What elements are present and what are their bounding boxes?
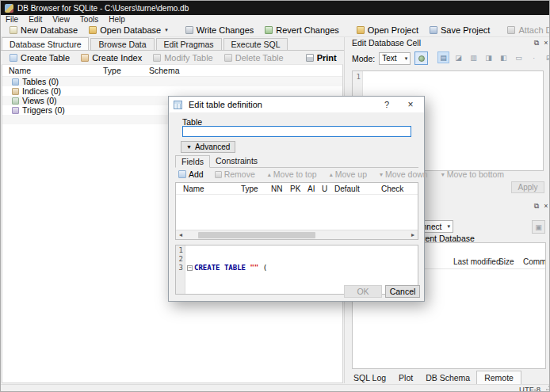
- tab-browse-data[interactable]: Browse Data: [90, 38, 154, 51]
- move-to-bottom-button[interactable]: ▾ Move to bottom: [441, 169, 504, 179]
- write-changes-button[interactable]: Write Changes: [180, 24, 260, 36]
- fields-grid[interactable]: Name Type NN PK AI U Default Check ◂ ▸: [175, 182, 418, 240]
- tab-db-schema[interactable]: DB Schema: [419, 371, 476, 384]
- float-panel-icon[interactable]: ⧉: [532, 201, 541, 211]
- binary-mode-icon[interactable]: ◪: [453, 51, 464, 63]
- move-to-top-button[interactable]: ▴ Move to top: [268, 169, 317, 179]
- text-mode-icon[interactable]: ▤: [437, 51, 449, 63]
- sql-line-number: 1: [176, 246, 183, 255]
- delete-table-icon: [224, 54, 232, 62]
- tab-sql-log[interactable]: SQL Log: [347, 371, 392, 384]
- tree-row-label: Indices (0): [22, 86, 61, 96]
- col-type[interactable]: Type: [241, 185, 271, 193]
- tree-col-type[interactable]: Type: [103, 66, 149, 75]
- resize-grip[interactable]: [543, 385, 550, 392]
- open-database-button[interactable]: Open Database ▾: [83, 24, 174, 36]
- apply-button[interactable]: Apply: [511, 181, 544, 193]
- sql-code: −CREATE TABLE "" ( );: [185, 245, 267, 294]
- save-project-button[interactable]: Save Project: [424, 24, 495, 36]
- sql-line-number: 3: [176, 264, 183, 272]
- scroll-right-icon[interactable]: ▸: [408, 230, 418, 240]
- menu-file[interactable]: File: [6, 15, 18, 24]
- move-top-icon: ▴: [268, 171, 271, 178]
- new-database-button[interactable]: New Database: [4, 24, 83, 36]
- print-button[interactable]: Print: [300, 51, 342, 64]
- window-title: DB Browser for SQLite - C:\Users\turne\d…: [17, 4, 189, 13]
- attach-database-button[interactable]: Attach Database: [502, 24, 550, 36]
- revert-changes-button[interactable]: Revert Changes: [259, 24, 345, 36]
- tab-fields[interactable]: Fields: [175, 155, 210, 168]
- apply-cell-button[interactable]: [414, 51, 428, 65]
- tree-col-name[interactable]: Name: [2, 66, 103, 75]
- tab-edit-pragmas[interactable]: Edit Pragmas: [156, 38, 222, 51]
- dot-icon[interactable]: ∙: [528, 51, 540, 63]
- create-index-button[interactable]: Create Index: [75, 51, 147, 64]
- col-ai[interactable]: AI: [307, 185, 322, 193]
- col-name[interactable]: Name: [176, 185, 241, 193]
- modify-table-button[interactable]: Modify Table: [147, 51, 219, 64]
- tab-remote[interactable]: Remote: [476, 371, 521, 384]
- menu-edit[interactable]: Edit: [29, 15, 42, 24]
- mode-select[interactable]: Text ▾: [379, 52, 411, 65]
- ok-button[interactable]: OK: [344, 285, 382, 298]
- tab-constraints[interactable]: Constraints: [210, 155, 263, 167]
- revert-changes-icon: [265, 26, 273, 34]
- close-panel-icon[interactable]: ×: [541, 201, 550, 211]
- menu-help[interactable]: Help: [109, 15, 125, 24]
- remote-col-size[interactable]: Size: [498, 257, 514, 266]
- move-down-button[interactable]: ▾ Move down: [380, 169, 428, 179]
- scrollbar-thumb[interactable]: [198, 232, 315, 238]
- horizontal-scrollbar[interactable]: ◂ ▸: [176, 230, 418, 239]
- tree-header: Name Type Schema: [2, 65, 342, 77]
- print-icon: [306, 54, 314, 62]
- cancel-button[interactable]: Cancel: [385, 285, 420, 298]
- move-bottom-label: Move to bottom: [447, 169, 504, 179]
- scroll-left-icon[interactable]: ◂: [176, 230, 185, 240]
- move-up-icon: ▴: [330, 171, 333, 178]
- remote-col-last-modified[interactable]: Last modified: [453, 257, 500, 266]
- open-project-button[interactable]: Open Project: [351, 24, 424, 36]
- create-table-button[interactable]: Create Table: [4, 51, 75, 64]
- remove-field-button[interactable]: Remove: [215, 169, 255, 179]
- menu-tools[interactable]: Tools: [80, 15, 98, 24]
- tab-plot[interactable]: Plot: [392, 371, 419, 384]
- save-project-label: Save Project: [441, 25, 490, 35]
- views-icon: [12, 97, 19, 105]
- tree-col-schema[interactable]: Schema: [149, 66, 342, 75]
- remote-settings-button[interactable]: ▣: [532, 220, 545, 234]
- encoding-indicator[interactable]: UTF-8: [519, 385, 540, 392]
- table-name-input[interactable]: [182, 126, 411, 137]
- add-field-button[interactable]: Add: [178, 169, 204, 179]
- dialog-help-button[interactable]: ?: [378, 100, 395, 109]
- tree-row-label: Triggers (0): [22, 105, 65, 115]
- set-null-icon[interactable]: ◧: [498, 51, 510, 63]
- scrollbar-track[interactable]: [185, 230, 408, 240]
- remote-col-commit[interactable]: Commit: [523, 257, 546, 266]
- tab-execute-sql[interactable]: Execute SQL: [223, 38, 288, 51]
- col-check[interactable]: Check: [381, 185, 418, 193]
- export-file-icon[interactable]: ◨: [483, 51, 495, 63]
- move-up-button[interactable]: ▴ Move up: [330, 169, 367, 179]
- chevron-down-icon[interactable]: ▾: [165, 27, 168, 33]
- move-top-label: Move to top: [273, 169, 317, 179]
- col-u[interactable]: U: [322, 185, 334, 193]
- dialog-close-icon[interactable]: ×: [402, 99, 419, 110]
- advanced-toggle-button[interactable]: ▼ Advanced: [181, 141, 235, 153]
- menu-view[interactable]: View: [52, 15, 70, 24]
- col-nn[interactable]: NN: [271, 185, 290, 193]
- tree-row-indices[interactable]: Indices (0): [2, 86, 342, 96]
- bottom-tab-bar: SQL Log Plot DB Schema Remote: [347, 371, 521, 384]
- tab-database-structure[interactable]: Database Structure: [2, 37, 89, 51]
- fullscreen-icon[interactable]: ▭: [513, 51, 525, 63]
- tree-row-tables[interactable]: Tables (0): [2, 77, 342, 86]
- col-default[interactable]: Default: [334, 185, 381, 193]
- close-panel-icon[interactable]: ×: [541, 38, 550, 48]
- float-panel-icon[interactable]: ⧉: [532, 38, 541, 48]
- fold-minus-icon[interactable]: −: [187, 265, 193, 271]
- import-file-icon[interactable]: ▥: [468, 51, 479, 63]
- main-tab-bar: Database Structure Browse Data Edit Prag…: [2, 37, 289, 51]
- table-dialog-icon: [174, 101, 182, 109]
- print-cell-icon[interactable]: ⊟: [543, 51, 550, 63]
- delete-table-button[interactable]: Delete Table: [219, 51, 289, 64]
- col-pk[interactable]: PK: [290, 185, 307, 193]
